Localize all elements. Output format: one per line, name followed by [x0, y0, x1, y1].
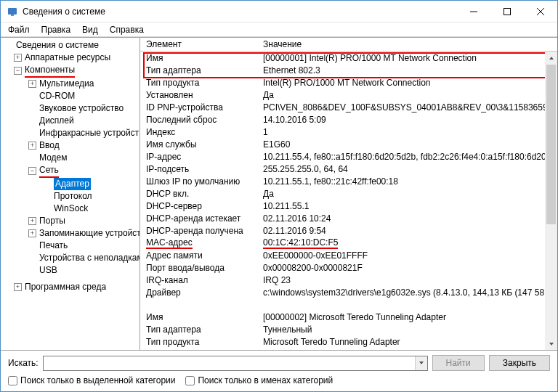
table-row[interactable]: ID PNP-устройстваPCI\VEN_8086&DEV_100F&S…	[140, 101, 557, 113]
table-row[interactable]: Имя службыE1G60	[140, 138, 557, 150]
tree-item-network[interactable]: −Сеть	[2, 164, 140, 178]
cell-key: Порт ввода/вывода	[140, 263, 260, 273]
search-opt-names[interactable]: Поиск только в именах категорий	[185, 375, 333, 385]
close-search-button[interactable]: Закрыть	[489, 355, 550, 371]
cell-value: 10.211.55.1, fe80::21c:42ff:fe00:18	[260, 176, 557, 187]
search-row: Искать: Найти Закрыть	[8, 355, 550, 371]
table-row[interactable]: DHCP-аренда получена02.11.2016 9:54	[140, 224, 557, 237]
menu-file[interactable]: Файл	[4, 24, 34, 36]
tree-item-winsock[interactable]: WinSock	[2, 203, 140, 215]
table-row[interactable]: Драйверc:\windows\system32\drivers\e1g60…	[140, 286, 557, 298]
table-row[interactable]: MAC-адрес00:1C:42:10:DC:F5	[140, 237, 557, 249]
tree-item-adapter[interactable]: Адаптер	[2, 178, 140, 190]
tree-item-multimedia[interactable]: +Мультимедиа	[2, 78, 140, 90]
collapse-icon[interactable]: −	[28, 167, 36, 175]
cell-key: Адрес памяти	[140, 250, 260, 261]
svg-rect-1	[11, 15, 14, 16]
cell-key: Последний сброс	[140, 115, 260, 125]
table-row[interactable]: Последний сброс14.10.2016 5:09	[140, 113, 557, 126]
svg-marker-8	[419, 362, 424, 364]
nav-tree: Сведения о системе +Аппаратные ресурсы −…	[2, 39, 140, 293]
expand-icon[interactable]: +	[28, 229, 36, 237]
table-row[interactable]: Шлюз IP по умолчанию10.211.55.1, fe80::2…	[140, 175, 557, 187]
scrollbar[interactable]	[545, 52, 557, 350]
chevron-down-icon[interactable]	[415, 356, 427, 370]
grid-body[interactable]: Имя[00000001] Intel(R) PRO/1000 MT Netwo…	[140, 52, 557, 350]
cell-value: 00:1C:42:10:DC:F5	[260, 237, 557, 249]
scroll-up-icon[interactable]	[545, 52, 557, 64]
tree-item-storage[interactable]: +Запоминающие устройства	[2, 227, 140, 240]
cell-value: Ethernet 802.3	[260, 65, 557, 75]
cell-key: Шлюз IP по умолчанию	[140, 176, 260, 187]
tree-pane[interactable]: Сведения о системе +Аппаратные ресурсы −…	[1, 38, 140, 350]
table-row[interactable]: УстановленДа	[140, 89, 557, 101]
tree-item-components[interactable]: −Компоненты	[2, 64, 140, 78]
tree-item-infrared[interactable]: Инфракрасные устройства	[2, 127, 140, 139]
tree-item-modem[interactable]: Модем	[2, 152, 140, 164]
menubar: Файл Правка Вид Справка	[1, 23, 557, 37]
table-row[interactable]: DHCP-сервер10.211.55.1	[140, 200, 557, 212]
cell-key: Драйвер	[140, 287, 260, 298]
tree-item-ports[interactable]: +Порты	[2, 215, 140, 227]
expand-icon[interactable]: +	[28, 80, 36, 88]
table-row[interactable]: Тип продуктаIntel(R) PRO/1000 MT Network…	[140, 76, 557, 89]
tree-item-problem[interactable]: Устройства с неполадками	[2, 252, 140, 264]
table-row[interactable]: DHCP-аренда истекает02.11.2016 10:24	[140, 212, 557, 224]
search-input[interactable]	[43, 356, 428, 371]
scroll-down-icon[interactable]	[545, 338, 557, 350]
tree-item-protocol[interactable]: Протокол	[2, 190, 140, 203]
tree-item-hardware[interactable]: +Аппаратные ресурсы	[2, 52, 140, 64]
search-label: Искать:	[8, 358, 39, 368]
table-row[interactable]: Имя[00000002] Microsoft Teredo Tunneling…	[140, 311, 557, 323]
cell-value: 0xEE000000-0xEE01FFFF	[260, 250, 557, 261]
table-row[interactable]: Тип адаптераEthernet 802.3	[140, 64, 557, 76]
cell-key: Тип продукта	[140, 337, 260, 347]
expand-icon[interactable]: +	[14, 283, 22, 291]
table-row[interactable]: Имя[00000001] Intel(R) PRO/1000 MT Netwo…	[140, 52, 557, 64]
scroll-thumb[interactable]	[546, 65, 556, 224]
svg-rect-3	[504, 8, 511, 15]
expand-icon[interactable]: +	[14, 54, 22, 62]
table-row[interactable]: Адрес памяти0xEE000000-0xEE01FFFF	[140, 249, 557, 261]
cell-key: Тип адаптера	[140, 324, 260, 335]
menu-view[interactable]: Вид	[78, 24, 102, 36]
cell-key: DHCP вкл.	[140, 189, 260, 199]
table-row[interactable]: Тип адаптераТуннельный	[140, 323, 557, 335]
expand-icon[interactable]: +	[28, 217, 36, 225]
cell-value: 02.11.2016 10:24	[260, 213, 557, 224]
table-row[interactable]: Порт ввода/вывода0x00008200-0x0000821F	[140, 261, 557, 274]
table-row[interactable]: Тип продуктаMicrosoft Teredo Tunneling A…	[140, 335, 557, 348]
cell-key: IRQ-канал	[140, 275, 260, 285]
svg-marker-7	[549, 343, 554, 346]
minimize-button[interactable]	[457, 1, 490, 23]
cell-key: DHCP-аренда получена	[140, 226, 260, 236]
tree-item-root[interactable]: Сведения о системе	[2, 39, 140, 52]
table-row[interactable]: IRQ-каналIRQ 23	[140, 274, 557, 286]
menu-edit[interactable]: Правка	[37, 24, 76, 36]
checkbox-names[interactable]	[185, 376, 195, 385]
column-value[interactable]: Значение	[260, 39, 557, 49]
tree-item-software[interactable]: +Программная среда	[2, 281, 140, 293]
table-row[interactable]: IP-подсеть255.255.255.0, 64, 64	[140, 163, 557, 175]
maximize-button[interactable]	[490, 1, 524, 23]
find-button[interactable]: Найти	[432, 355, 485, 371]
grid-header[interactable]: Элемент Значение	[140, 38, 557, 52]
close-button[interactable]	[524, 1, 557, 23]
tree-item-display[interactable]: Дисплей	[2, 115, 140, 127]
menu-help[interactable]: Справка	[105, 24, 148, 36]
tree-item-print[interactable]: Печать	[2, 240, 140, 252]
table-row[interactable]: Индекс1	[140, 126, 557, 138]
column-element[interactable]: Элемент	[140, 39, 260, 49]
tree-item-input[interactable]: +Ввод	[2, 139, 140, 152]
tree-item-cdrom[interactable]: CD-ROM	[2, 90, 140, 102]
tree-item-usb[interactable]: USB	[2, 264, 140, 277]
tree-item-sound[interactable]: Звуковое устройство	[2, 102, 140, 115]
collapse-icon[interactable]: −	[14, 67, 22, 75]
cell-value: 10.211.55.4, fe80::a15f:f180:6d20:5d2b, …	[260, 152, 557, 162]
table-row[interactable]: DHCP вкл.Да	[140, 187, 557, 200]
table-row[interactable]: IP-адрес10.211.55.4, fe80::a15f:f180:6d2…	[140, 150, 557, 163]
expand-icon[interactable]: +	[28, 142, 36, 150]
titlebar[interactable]: Сведения о системе	[1, 1, 557, 23]
checkbox-category[interactable]	[8, 376, 17, 385]
search-opt-category[interactable]: Поиск только в выделенной категории	[8, 375, 175, 385]
